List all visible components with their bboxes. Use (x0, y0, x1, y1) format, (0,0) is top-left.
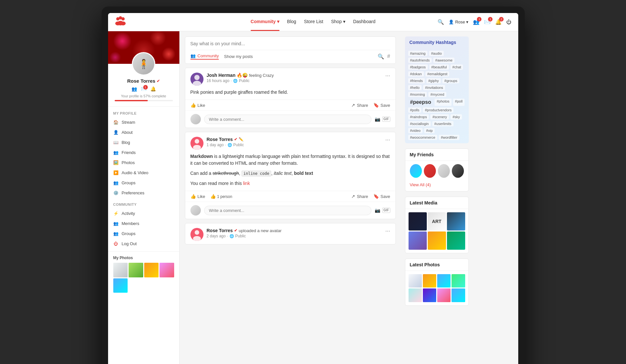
comment-camera-icon-2[interactable]: 📷 (375, 208, 380, 213)
nav-user-menu[interactable]: 👤 Rose ▾ (449, 20, 468, 24)
view-all-friends[interactable]: View All (4) (405, 181, 468, 191)
photo-3[interactable] (437, 274, 451, 287)
hashtag-dokan[interactable]: #dokan (408, 71, 424, 77)
hashtag-amazing[interactable]: #amazing (408, 51, 428, 56)
media-thumb-1[interactable] (409, 212, 427, 231)
photo-8[interactable] (452, 288, 465, 302)
sidebar-item-blog[interactable]: 📖 Blog (108, 137, 179, 147)
nav-community[interactable]: Community ▾ (251, 13, 279, 31)
bell-icon[interactable]: 🔔 2 (495, 19, 502, 25)
compose-input[interactable] (190, 41, 390, 46)
profile-avatar[interactable]: 🧍 (132, 52, 155, 76)
friend-1[interactable] (410, 164, 422, 178)
media-thumb-6[interactable] (447, 231, 465, 250)
hashtag-invitations[interactable]: #invitations (423, 85, 445, 90)
share-button-2[interactable]: ↗ Share (351, 194, 368, 199)
nav-storelist[interactable]: Store List (304, 13, 323, 31)
share-button-1[interactable]: ↗ Share (351, 103, 368, 108)
save-button-2[interactable]: 🔖 Save (373, 194, 390, 199)
photo-5[interactable] (409, 288, 422, 302)
sidebar-item-preferences[interactable]: ⚙️ Preferences (108, 188, 179, 198)
post-avatar-rose-2[interactable] (190, 137, 203, 150)
sidebar-item-members[interactable]: 👥 Members (108, 218, 179, 229)
photo-7[interactable] (437, 288, 451, 302)
my-photo-2[interactable] (129, 263, 143, 277)
photo-1[interactable] (409, 274, 422, 287)
hashtag-beautiful[interactable]: #beautiful (429, 64, 449, 70)
friends-icon[interactable]: 👥 1 (473, 19, 480, 25)
hashtag-friends[interactable]: #friends (408, 78, 425, 83)
like-button-1[interactable]: 👍 Like (190, 103, 205, 108)
post-more-1[interactable]: ··· (385, 73, 390, 78)
my-photo-4[interactable] (160, 263, 174, 277)
post-link[interactable]: link (243, 181, 250, 186)
hashtag-userlimits[interactable]: #userlimits (432, 121, 453, 126)
sidebar-item-friends[interactable]: 👥 Friends (108, 147, 179, 158)
photo-6[interactable] (423, 288, 436, 302)
media-thumb-3[interactable] (447, 212, 465, 231)
sidebar-item-stream[interactable]: 🏠 Stream (108, 117, 179, 127)
comment-input-1[interactable] (204, 115, 371, 124)
photo-2[interactable] (423, 274, 436, 287)
friend-2[interactable] (424, 164, 436, 178)
hashtag-autofriends[interactable]: #autofriends (408, 58, 432, 63)
hashtag-sociallogin[interactable]: #sociallogin (408, 121, 431, 126)
hashtag-awesome[interactable]: #awesome (433, 58, 454, 63)
comment-input-2[interactable] (204, 206, 371, 215)
power-icon[interactable]: ⏻ (506, 19, 511, 25)
post-more-3[interactable]: ··· (385, 228, 390, 234)
hashtag-photos[interactable]: #photos (435, 99, 451, 106)
sidebar-item-groups[interactable]: 👥 Groups (108, 178, 179, 188)
hashtag-productvendors[interactable]: #productvendors (423, 107, 453, 113)
hashtag-woocommerce[interactable]: #woocommerce (408, 135, 438, 140)
profile-bell-icon[interactable]: 🔔 (150, 86, 156, 91)
post-avatar-josh[interactable] (190, 73, 203, 86)
hashtag-morning[interactable]: #morning (408, 92, 427, 97)
photo-4[interactable] (452, 274, 465, 287)
hashtag-vip[interactable]: #vip (424, 128, 435, 133)
sidebar-item-audio-video[interactable]: ▶️ Audio & Video (108, 168, 179, 178)
nav-shop[interactable]: Shop ▾ (331, 13, 345, 31)
mail-icon[interactable]: ✉️ 1 (484, 19, 491, 25)
post-more-2[interactable]: ··· (385, 137, 390, 143)
my-photo-1[interactable] (113, 263, 128, 277)
compose-search-icon[interactable]: 🔍 (378, 53, 384, 60)
profile-friends-icon[interactable]: 👥 (132, 86, 137, 91)
like-button-2[interactable]: 👍 Like (190, 194, 205, 199)
compose-tab-community[interactable]: 👥 Community (190, 53, 219, 60)
hashtag-raindrops[interactable]: #raindrops (408, 114, 429, 119)
media-thumb-2[interactable]: ART (428, 212, 446, 231)
media-thumb-4[interactable] (409, 231, 427, 250)
compose-tab-myposts[interactable]: Show my posts (224, 54, 253, 59)
nav-blog[interactable]: Blog (287, 13, 296, 31)
profile-mail-icon[interactable]: ✉️ 1 (141, 86, 146, 91)
hashtag-badgeos[interactable]: #badgeos (408, 64, 428, 70)
hashtag-polls[interactable]: #polls (408, 107, 422, 113)
sidebar-item-logout[interactable]: ⏻ Log Out (108, 239, 179, 249)
sidebar-item-photos[interactable]: 🖼️ Photos (108, 158, 179, 168)
post-avatar-rose-3[interactable] (190, 228, 203, 241)
comment-gif-icon-2[interactable]: GIF (382, 208, 390, 213)
comment-camera-icon-1[interactable]: 📷 (375, 117, 380, 122)
sidebar-item-community-groups[interactable]: 👥 Groups (108, 229, 179, 239)
hashtag-emaildigest[interactable]: #emaildigest (425, 71, 450, 77)
comment-gif-icon-1[interactable]: GIF (382, 117, 390, 122)
hashtag-giphy[interactable]: #giphy (426, 78, 441, 83)
nav-dashboard[interactable]: Dashboard (353, 13, 376, 31)
hashtag-hello[interactable]: #hello (408, 85, 422, 90)
compose-hashtag-icon[interactable]: # (387, 53, 390, 60)
my-photo-3[interactable] (144, 263, 159, 277)
hashtag-chat[interactable]: #chat (451, 64, 463, 70)
hashtag-wordfilter[interactable]: #wordfilter (439, 135, 459, 140)
sidebar-item-activity[interactable]: ⚡ Activity (108, 208, 179, 218)
friend-3[interactable] (438, 164, 450, 178)
hashtag-peepso[interactable]: #peepso (408, 99, 433, 106)
search-icon[interactable]: 🔍 (438, 19, 444, 25)
friend-4[interactable] (452, 164, 464, 178)
hashtag-poll[interactable]: #poll (453, 99, 465, 106)
save-button-1[interactable]: 🔖 Save (373, 103, 390, 108)
media-thumb-5[interactable] (428, 231, 446, 250)
sidebar-item-about[interactable]: 👤 About (108, 127, 179, 137)
hashtag-audio[interactable]: #audio (429, 51, 444, 56)
hashtag-groups[interactable]: #groups (442, 78, 459, 83)
